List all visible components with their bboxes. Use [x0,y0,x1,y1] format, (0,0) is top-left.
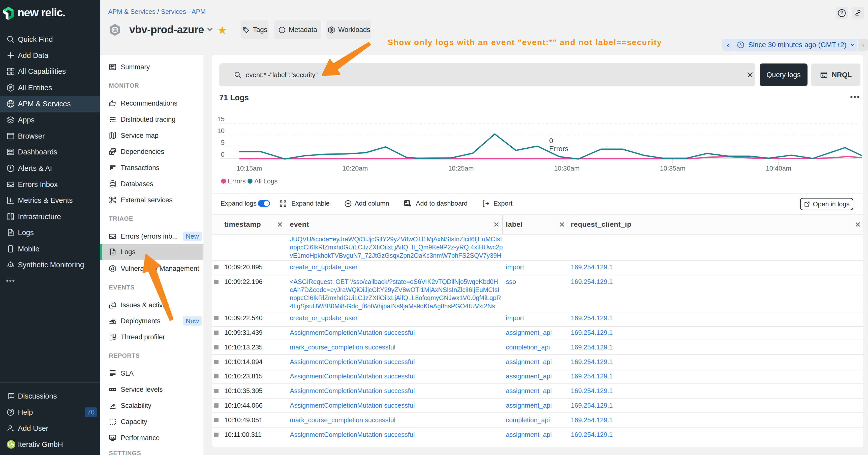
svg-text:10:20am: 10:20am [342,164,368,172]
svg-text:10:15am: 10:15am [237,164,262,172]
svg-text:All Logs: All Logs [254,177,278,185]
svg-text:Errors: Errors [549,145,568,153]
svg-text:10:30am: 10:30am [554,164,580,172]
svg-text:Errors: Errors [228,177,246,185]
svg-text:0: 0 [549,137,553,144]
svg-text:5: 5 [221,139,224,147]
svg-text:10:35am: 10:35am [660,164,685,172]
svg-text:10: 10 [217,127,224,134]
svg-text:0: 0 [221,151,224,158]
svg-text:10:25am: 10:25am [448,164,473,172]
svg-text:10:40am: 10:40am [766,164,791,172]
svg-text:15: 15 [217,115,224,123]
